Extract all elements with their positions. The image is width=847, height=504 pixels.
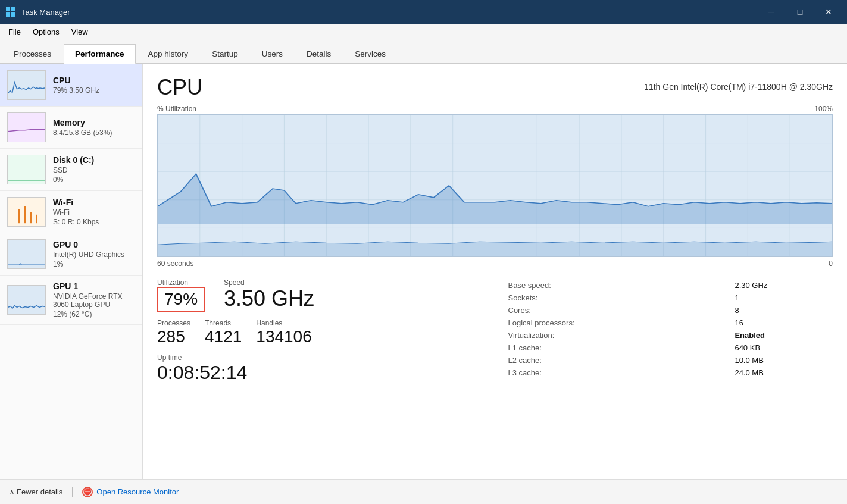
svg-rect-6 [8, 155, 45, 184]
bottom-bar: ∧ Fewer details ⛔ Open Resource Monitor [0, 479, 847, 504]
fewer-details-button[interactable]: ∧ Fewer details [10, 487, 62, 496]
specs-table: Base speed: 2.30 GHz Sockets: 1 Cores: 8… [507, 278, 833, 380]
spec-l1-value: 640 KB [735, 342, 832, 353]
cpu-info: CPU 79% 3.50 GHz [53, 76, 135, 95]
memory-info: Memory 8.4/15.8 GB (53%) [53, 118, 135, 137]
processes-group: Processes 285 [157, 319, 190, 346]
memory-thumbnail [7, 112, 46, 142]
uptime-label: Up time [157, 353, 495, 362]
spec-cores: Cores: 8 [508, 305, 832, 316]
svg-rect-12 [8, 240, 45, 268]
tab-performance[interactable]: Performance [64, 44, 136, 64]
tabs-bar: Processes Performance App history Startu… [0, 40, 847, 64]
tab-startup[interactable]: Startup [201, 44, 249, 64]
tab-services[interactable]: Services [343, 44, 397, 64]
threads-value: 4121 [205, 327, 242, 346]
cpu-name: CPU [53, 76, 135, 85]
spec-sockets-value: 1 [735, 292, 832, 303]
close-button[interactable]: ✕ [815, 2, 842, 21]
handles-value: 134106 [256, 327, 311, 346]
spec-sockets-label: Sockets: [508, 292, 734, 303]
svg-rect-5 [8, 113, 45, 142]
utilization-label: Utilization [157, 278, 205, 287]
main-content: CPU 79% 3.50 GHz Memory 8.4/15.8 GB (53%… [0, 64, 847, 479]
threads-label: Threads [205, 319, 242, 327]
title-bar: Task Manager ─ □ ✕ [0, 0, 847, 24]
gpu1-info: GPU 1 NVIDIA GeForce RTX 3060 Laptop GPU… [53, 281, 135, 318]
cpu-panel-header: CPU 11th Gen Intel(R) Core(TM) i7-11800H… [157, 75, 833, 100]
memory-name: Memory [53, 118, 135, 127]
disk-name: Disk 0 (C:) [53, 155, 135, 165]
cpu-model-label: 11th Gen Intel(R) Core(TM) i7-11800H @ 2… [644, 82, 833, 92]
chart-time-end: 0 [829, 259, 833, 268]
spec-cores-value: 8 [735, 305, 832, 316]
gpu0-usage: 1% [53, 260, 135, 268]
speed-label: Speed [224, 278, 314, 287]
restore-button[interactable]: □ [786, 2, 814, 21]
cpu-chart [157, 114, 833, 257]
tab-app-history[interactable]: App history [137, 44, 200, 64]
sidebar-item-memory[interactable]: Memory 8.4/15.8 GB (53%) [0, 107, 142, 149]
svg-rect-13 [8, 286, 45, 314]
bottom-divider [72, 487, 73, 497]
chevron-up-icon: ∧ [10, 488, 14, 496]
tab-processes[interactable]: Processes [2, 44, 62, 64]
spec-sockets: Sockets: 1 [508, 292, 832, 303]
spec-logical-value: 16 [735, 317, 832, 328]
spec-base-speed-value: 2.30 GHz [735, 280, 832, 291]
sidebar-item-disk[interactable]: Disk 0 (C:) SSD 0% [0, 149, 142, 191]
svg-rect-0 [6, 7, 10, 11]
memory-stats: 8.4/15.8 GB (53%) [53, 129, 135, 137]
spec-virt-value: Enabled [735, 330, 832, 341]
tab-users[interactable]: Users [251, 44, 294, 64]
wifi-name: Wi-Fi [53, 198, 135, 207]
processes-label: Processes [157, 319, 190, 327]
gpu1-thumbnail [7, 285, 46, 315]
disk-type: SSD [53, 166, 135, 174]
fewer-details-label: Fewer details [17, 487, 62, 496]
utilization-value: 79% [157, 287, 205, 312]
sidebar-item-gpu0[interactable]: GPU 0 Intel(R) UHD Graphics 1% [0, 233, 142, 276]
disk-info: Disk 0 (C:) SSD 0% [53, 155, 135, 184]
sidebar-item-gpu1[interactable]: GPU 1 NVIDIA GeForce RTX 3060 Laptop GPU… [0, 276, 142, 325]
sidebar-item-cpu[interactable]: CPU 79% 3.50 GHz [0, 64, 142, 107]
wifi-type: Wi-Fi [53, 208, 135, 217]
spec-l3-value: 24.0 MB [735, 367, 832, 378]
spec-base-speed-label: Base speed: [508, 280, 734, 291]
gpu1-usage: 12% (62 °C) [53, 310, 135, 318]
gpu1-name: GPU 1 [53, 281, 135, 291]
minimize-button[interactable]: ─ [758, 2, 785, 21]
window-controls: ─ □ ✕ [758, 2, 842, 21]
resource-monitor-icon: ⛔ [82, 487, 93, 497]
spec-l2-label: L2 cache: [508, 355, 734, 366]
menu-options[interactable]: Options [27, 25, 65, 39]
wifi-stats: S: 0 R: 0 Kbps [53, 218, 135, 226]
sidebar-item-wifi[interactable]: Wi-Fi Wi-Fi S: 0 R: 0 Kbps [0, 191, 142, 233]
handles-group: Handles 134106 [256, 319, 311, 346]
spec-virt-label: Virtualization: [508, 330, 734, 341]
wifi-info: Wi-Fi Wi-Fi S: 0 R: 0 Kbps [53, 198, 135, 226]
menu-file[interactable]: File [2, 25, 27, 39]
disk-usage: 0% [53, 176, 135, 184]
spec-l1: L1 cache: 640 KB [508, 342, 832, 353]
right-specs: Base speed: 2.30 GHz Sockets: 1 Cores: 8… [495, 278, 833, 384]
spec-l2-value: 10.0 MB [735, 355, 832, 366]
spec-l2: L2 cache: 10.0 MB [508, 355, 832, 366]
app-icon [5, 6, 17, 18]
chart-top-labels: % Utilization 100% [157, 105, 833, 113]
svg-rect-4 [8, 71, 45, 99]
svg-rect-7 [8, 198, 45, 226]
wifi-thumbnail [7, 197, 46, 227]
disk-thumbnail [7, 155, 46, 184]
cpu-panel-title: CPU [157, 75, 202, 100]
menu-view[interactable]: View [65, 25, 94, 39]
svg-marker-36 [158, 242, 832, 256]
gpu0-name: GPU 0 [53, 240, 135, 249]
spec-virtualization: Virtualization: Enabled [508, 330, 832, 341]
tab-details[interactable]: Details [295, 44, 342, 64]
threads-group: Threads 4121 [205, 319, 242, 346]
open-resource-monitor-link[interactable]: ⛔ Open Resource Monitor [82, 487, 179, 497]
menu-bar: File Options View [0, 24, 847, 40]
open-resource-monitor-label: Open Resource Monitor [96, 487, 179, 496]
uptime-value: 0:08:52:14 [157, 362, 495, 384]
